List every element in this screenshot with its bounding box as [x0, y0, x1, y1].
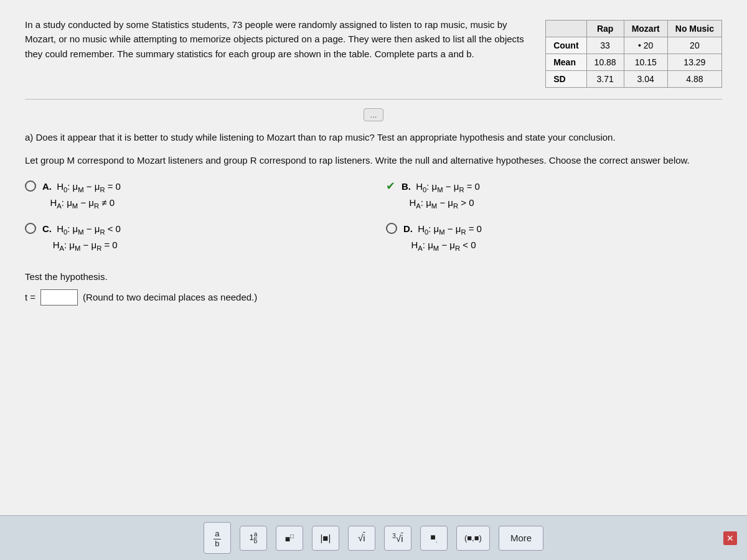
row-label-mean: Mean [546, 54, 586, 71]
top-section: In a study conducted by some Statistics … [25, 17, 722, 88]
radio-a[interactable] [25, 180, 36, 192]
option-d-label: D. [403, 223, 413, 234]
option-b-content: B. H0: μM − μR = 0 HA: μM − μR > 0 [402, 179, 480, 212]
row-label-count: Count [546, 37, 586, 54]
cell-count-rap: 33 [586, 37, 624, 54]
option-d-content: D. H0: μM − μR = 0 HA: μM − μR < 0 [403, 222, 482, 254]
t-hint: (Round to two decimal places as needed.) [83, 292, 257, 302]
sqrt-btn[interactable]: √i [348, 526, 375, 551]
option-a-content: A. H0: μM − μR = 0 HA: μM − μR ≠ 0 [42, 179, 121, 212]
test-hypothesis: Test the hypothesis. [25, 271, 722, 282]
option-d-ha: HA: μM − μR < 0 [403, 240, 476, 250]
option-b[interactable]: ✔ B. H0: μM − μR = 0 HA: μM − μR > 0 [386, 179, 722, 212]
option-c-content: C. H0: μM − μR < 0 HA: μM − μR = 0 [42, 222, 121, 254]
col-header-empty [546, 21, 586, 37]
abs-value-btn[interactable]: |■| [312, 526, 339, 551]
intro-text: In a study conducted by some Statistics … [25, 19, 524, 59]
data-table: Rap Mozart No Music Count 33 • 20 20 Mea… [545, 20, 722, 88]
t-input-row: t = (Round to two decimal places as need… [25, 289, 722, 306]
option-c-h0: H0: μM − μR < 0 [57, 223, 121, 234]
t-label: t = [25, 292, 35, 302]
hypothesis-intro: Let group M correspond to Mozart listene… [25, 153, 722, 167]
sqrt-icon: √i [358, 533, 365, 543]
option-a[interactable]: A. H0: μM − μR = 0 HA: μM − μR ≠ 0 [25, 179, 361, 212]
table-row: Mean 10.88 10.15 13.29 [546, 54, 722, 71]
table-row: SD 3.71 3.04 4.88 [546, 71, 722, 88]
option-c-ha: HA: μM − μR = 0 [42, 240, 118, 250]
cell-sd-nomusic: 4.88 [667, 71, 721, 88]
col-header-nomusic: No Music [667, 21, 721, 37]
option-d[interactable]: D. H0: μM − μR = 0 HA: μM − μR < 0 [386, 222, 722, 254]
option-b-h0: H0: μM − μR = 0 [416, 181, 480, 192]
superscript-icon: ■□ [285, 533, 294, 544]
more-btn-area: ... [25, 108, 722, 121]
col-header-rap: Rap [586, 21, 624, 37]
mixed-number-btn[interactable]: 1ab [240, 526, 267, 551]
cell-mean-mozart: 10.15 [624, 54, 667, 71]
cell-sd-mozart: 3.04 [624, 71, 667, 88]
fraction-btn[interactable]: a b [204, 522, 231, 554]
cell-sd-rap: 3.71 [586, 71, 624, 88]
superscript-btn[interactable]: ■□ [276, 526, 303, 551]
cbrt-icon: 3√i [392, 533, 403, 544]
option-b-label: B. [402, 181, 411, 192]
col-header-mozart: Mozart [624, 21, 667, 37]
more-dots[interactable]: ... [364, 108, 384, 121]
cell-mean-nomusic: 13.29 [667, 54, 721, 71]
option-a-h0: H0: μM − μR = 0 [57, 181, 121, 192]
option-b-ha: HA: μM − μR > 0 [402, 197, 474, 208]
more-button[interactable]: More [499, 526, 543, 551]
cell-mean-rap: 10.88 [586, 54, 624, 71]
t-input[interactable] [40, 289, 78, 306]
option-c-label: C. [42, 223, 52, 234]
cell-count-mozart: • 20 [624, 37, 667, 54]
fraction-icon: a b [214, 528, 220, 548]
question-a: a) Does it appear that it is better to s… [25, 130, 722, 144]
toolbar: a b 1ab ■□ |■| √i 3√i ■. (■,■) More ✕ [0, 515, 747, 560]
row-label-sd: SD [546, 71, 586, 88]
option-a-ha: HA: μM − μR ≠ 0 [42, 197, 115, 208]
divider [25, 99, 722, 100]
close-button[interactable]: ✕ [723, 531, 737, 545]
checkmark-b: ✔ [386, 179, 395, 193]
interval-icon: (■,■) [464, 533, 482, 543]
cell-count-nomusic: 20 [667, 37, 721, 54]
table-row: Count 33 • 20 20 [546, 37, 722, 54]
abs-value-icon: |■| [320, 533, 331, 543]
main-content: In a study conducted by some Statistics … [0, 0, 747, 515]
mixed-number-icon: 1ab [250, 531, 258, 544]
subscript-btn[interactable]: ■. [420, 526, 448, 551]
problem-text: In a study conducted by some Statistics … [25, 17, 527, 88]
options-grid: A. H0: μM − μR = 0 HA: μM − μR ≠ 0 ✔ B. … [25, 179, 722, 254]
option-a-label: A. [42, 181, 52, 192]
option-d-h0: H0: μM − μR = 0 [418, 223, 482, 234]
option-c[interactable]: C. H0: μM − μR < 0 HA: μM − μR = 0 [25, 222, 361, 254]
cbrt-btn[interactable]: 3√i [384, 526, 411, 551]
subscript-icon: ■. [430, 532, 437, 544]
radio-d[interactable] [386, 223, 397, 234]
interval-btn[interactable]: (■,■) [456, 526, 490, 551]
radio-c[interactable] [25, 223, 36, 234]
